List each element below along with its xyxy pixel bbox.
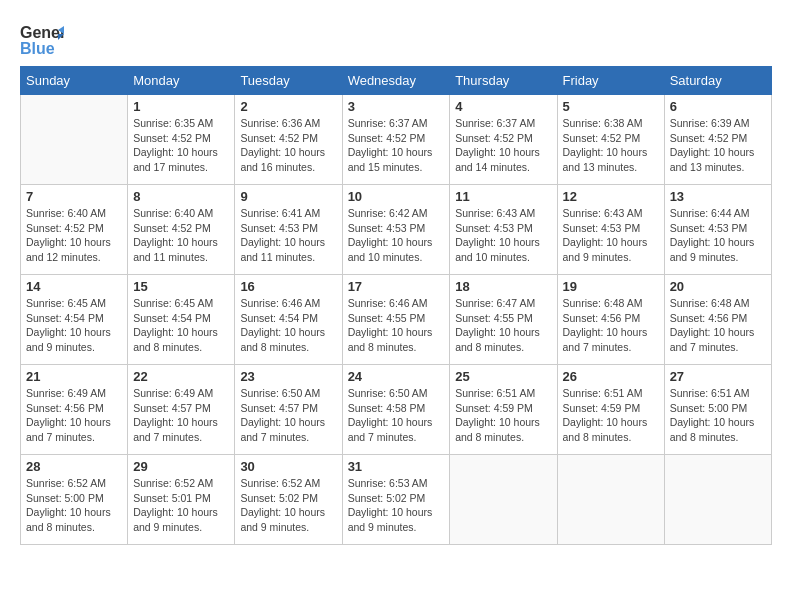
calendar-cell	[664, 455, 771, 545]
day-info: Sunrise: 6:35 AM Sunset: 4:52 PM Dayligh…	[133, 116, 229, 175]
calendar-week-row: 14Sunrise: 6:45 AM Sunset: 4:54 PM Dayli…	[21, 275, 772, 365]
day-number: 5	[563, 99, 659, 114]
day-of-week-header: Wednesday	[342, 67, 450, 95]
calendar-cell: 6Sunrise: 6:39 AM Sunset: 4:52 PM Daylig…	[664, 95, 771, 185]
day-number: 14	[26, 279, 122, 294]
day-number: 27	[670, 369, 766, 384]
calendar-cell: 28Sunrise: 6:52 AM Sunset: 5:00 PM Dayli…	[21, 455, 128, 545]
day-info: Sunrise: 6:45 AM Sunset: 4:54 PM Dayligh…	[26, 296, 122, 355]
day-of-week-header: Friday	[557, 67, 664, 95]
day-info: Sunrise: 6:40 AM Sunset: 4:52 PM Dayligh…	[133, 206, 229, 265]
calendar-cell: 2Sunrise: 6:36 AM Sunset: 4:52 PM Daylig…	[235, 95, 342, 185]
day-info: Sunrise: 6:46 AM Sunset: 4:54 PM Dayligh…	[240, 296, 336, 355]
day-number: 23	[240, 369, 336, 384]
day-number: 11	[455, 189, 551, 204]
day-number: 25	[455, 369, 551, 384]
day-number: 15	[133, 279, 229, 294]
calendar-cell: 29Sunrise: 6:52 AM Sunset: 5:01 PM Dayli…	[128, 455, 235, 545]
day-number: 24	[348, 369, 445, 384]
page-header: General Blue	[20, 20, 772, 56]
day-number: 6	[670, 99, 766, 114]
calendar-cell: 17Sunrise: 6:46 AM Sunset: 4:55 PM Dayli…	[342, 275, 450, 365]
day-info: Sunrise: 6:48 AM Sunset: 4:56 PM Dayligh…	[563, 296, 659, 355]
calendar-cell: 30Sunrise: 6:52 AM Sunset: 5:02 PM Dayli…	[235, 455, 342, 545]
day-info: Sunrise: 6:43 AM Sunset: 4:53 PM Dayligh…	[563, 206, 659, 265]
calendar-cell: 7Sunrise: 6:40 AM Sunset: 4:52 PM Daylig…	[21, 185, 128, 275]
day-info: Sunrise: 6:37 AM Sunset: 4:52 PM Dayligh…	[455, 116, 551, 175]
calendar-cell	[557, 455, 664, 545]
day-info: Sunrise: 6:44 AM Sunset: 4:53 PM Dayligh…	[670, 206, 766, 265]
day-number: 16	[240, 279, 336, 294]
calendar-cell: 11Sunrise: 6:43 AM Sunset: 4:53 PM Dayli…	[450, 185, 557, 275]
calendar-cell	[450, 455, 557, 545]
day-number: 29	[133, 459, 229, 474]
calendar-week-row: 7Sunrise: 6:40 AM Sunset: 4:52 PM Daylig…	[21, 185, 772, 275]
calendar-cell: 8Sunrise: 6:40 AM Sunset: 4:52 PM Daylig…	[128, 185, 235, 275]
day-number: 31	[348, 459, 445, 474]
day-of-week-header: Tuesday	[235, 67, 342, 95]
calendar-header-row: SundayMondayTuesdayWednesdayThursdayFrid…	[21, 67, 772, 95]
calendar-cell: 20Sunrise: 6:48 AM Sunset: 4:56 PM Dayli…	[664, 275, 771, 365]
day-info: Sunrise: 6:52 AM Sunset: 5:00 PM Dayligh…	[26, 476, 122, 535]
day-number: 10	[348, 189, 445, 204]
calendar-cell: 14Sunrise: 6:45 AM Sunset: 4:54 PM Dayli…	[21, 275, 128, 365]
day-number: 17	[348, 279, 445, 294]
day-info: Sunrise: 6:51 AM Sunset: 4:59 PM Dayligh…	[455, 386, 551, 445]
day-info: Sunrise: 6:45 AM Sunset: 4:54 PM Dayligh…	[133, 296, 229, 355]
day-info: Sunrise: 6:43 AM Sunset: 4:53 PM Dayligh…	[455, 206, 551, 265]
calendar-cell: 23Sunrise: 6:50 AM Sunset: 4:57 PM Dayli…	[235, 365, 342, 455]
day-number: 9	[240, 189, 336, 204]
day-number: 8	[133, 189, 229, 204]
calendar-cell: 18Sunrise: 6:47 AM Sunset: 4:55 PM Dayli…	[450, 275, 557, 365]
calendar-cell: 24Sunrise: 6:50 AM Sunset: 4:58 PM Dayli…	[342, 365, 450, 455]
day-of-week-header: Saturday	[664, 67, 771, 95]
day-of-week-header: Monday	[128, 67, 235, 95]
day-number: 28	[26, 459, 122, 474]
day-number: 2	[240, 99, 336, 114]
day-info: Sunrise: 6:41 AM Sunset: 4:53 PM Dayligh…	[240, 206, 336, 265]
day-info: Sunrise: 6:40 AM Sunset: 4:52 PM Dayligh…	[26, 206, 122, 265]
day-number: 26	[563, 369, 659, 384]
day-info: Sunrise: 6:49 AM Sunset: 4:57 PM Dayligh…	[133, 386, 229, 445]
day-info: Sunrise: 6:39 AM Sunset: 4:52 PM Dayligh…	[670, 116, 766, 175]
day-number: 13	[670, 189, 766, 204]
calendar-week-row: 28Sunrise: 6:52 AM Sunset: 5:00 PM Dayli…	[21, 455, 772, 545]
calendar-cell: 12Sunrise: 6:43 AM Sunset: 4:53 PM Dayli…	[557, 185, 664, 275]
day-info: Sunrise: 6:50 AM Sunset: 4:58 PM Dayligh…	[348, 386, 445, 445]
day-info: Sunrise: 6:53 AM Sunset: 5:02 PM Dayligh…	[348, 476, 445, 535]
day-number: 1	[133, 99, 229, 114]
day-number: 18	[455, 279, 551, 294]
day-number: 3	[348, 99, 445, 114]
svg-text:General: General	[20, 24, 64, 41]
day-info: Sunrise: 6:48 AM Sunset: 4:56 PM Dayligh…	[670, 296, 766, 355]
day-number: 4	[455, 99, 551, 114]
day-info: Sunrise: 6:51 AM Sunset: 4:59 PM Dayligh…	[563, 386, 659, 445]
day-info: Sunrise: 6:36 AM Sunset: 4:52 PM Dayligh…	[240, 116, 336, 175]
calendar-cell: 16Sunrise: 6:46 AM Sunset: 4:54 PM Dayli…	[235, 275, 342, 365]
day-number: 12	[563, 189, 659, 204]
day-info: Sunrise: 6:38 AM Sunset: 4:52 PM Dayligh…	[563, 116, 659, 175]
calendar-week-row: 1Sunrise: 6:35 AM Sunset: 4:52 PM Daylig…	[21, 95, 772, 185]
day-number: 7	[26, 189, 122, 204]
day-of-week-header: Sunday	[21, 67, 128, 95]
calendar-cell: 31Sunrise: 6:53 AM Sunset: 5:02 PM Dayli…	[342, 455, 450, 545]
day-number: 20	[670, 279, 766, 294]
calendar-week-row: 21Sunrise: 6:49 AM Sunset: 4:56 PM Dayli…	[21, 365, 772, 455]
calendar-cell: 5Sunrise: 6:38 AM Sunset: 4:52 PM Daylig…	[557, 95, 664, 185]
calendar-cell: 22Sunrise: 6:49 AM Sunset: 4:57 PM Dayli…	[128, 365, 235, 455]
svg-text:Blue: Blue	[20, 40, 55, 57]
calendar-table: SundayMondayTuesdayWednesdayThursdayFrid…	[20, 66, 772, 545]
day-info: Sunrise: 6:46 AM Sunset: 4:55 PM Dayligh…	[348, 296, 445, 355]
calendar-cell: 4Sunrise: 6:37 AM Sunset: 4:52 PM Daylig…	[450, 95, 557, 185]
calendar-cell: 25Sunrise: 6:51 AM Sunset: 4:59 PM Dayli…	[450, 365, 557, 455]
calendar-cell: 13Sunrise: 6:44 AM Sunset: 4:53 PM Dayli…	[664, 185, 771, 275]
calendar-cell: 15Sunrise: 6:45 AM Sunset: 4:54 PM Dayli…	[128, 275, 235, 365]
calendar-cell: 27Sunrise: 6:51 AM Sunset: 5:00 PM Dayli…	[664, 365, 771, 455]
calendar-cell: 10Sunrise: 6:42 AM Sunset: 4:53 PM Dayli…	[342, 185, 450, 275]
day-info: Sunrise: 6:52 AM Sunset: 5:01 PM Dayligh…	[133, 476, 229, 535]
calendar-cell: 19Sunrise: 6:48 AM Sunset: 4:56 PM Dayli…	[557, 275, 664, 365]
day-number: 30	[240, 459, 336, 474]
day-info: Sunrise: 6:49 AM Sunset: 4:56 PM Dayligh…	[26, 386, 122, 445]
day-number: 22	[133, 369, 229, 384]
day-info: Sunrise: 6:37 AM Sunset: 4:52 PM Dayligh…	[348, 116, 445, 175]
